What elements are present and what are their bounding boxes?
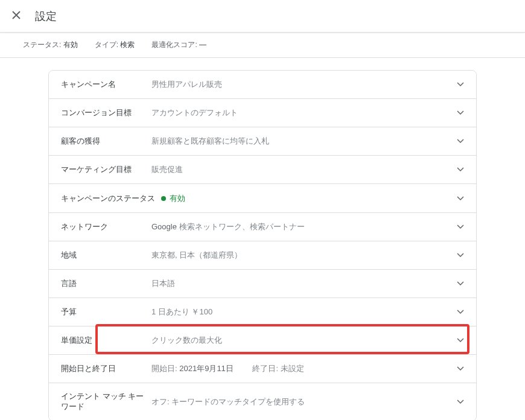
chevron-down-icon xyxy=(457,165,464,174)
row-value: 男性用アパレル販売 xyxy=(151,79,452,90)
row-value: 1 日あたり ￥100 xyxy=(151,307,452,317)
chevron-down-icon xyxy=(457,223,464,231)
close-icon[interactable] xyxy=(10,7,23,25)
row-campaign-name[interactable]: キャンペーン名 男性用アパレル販売 xyxy=(49,71,476,99)
chevron-down-icon xyxy=(457,137,464,145)
start-date-value: 2021年9月11日 xyxy=(177,364,234,373)
row-conversion-goal[interactable]: コンバージョン目標 アカウントのデフォルト xyxy=(49,99,476,127)
row-label: ネットワーク xyxy=(61,221,151,232)
header-bar: 設定 xyxy=(0,0,525,33)
chevron-down-icon xyxy=(457,308,464,316)
row-value: クリック数の最大化 xyxy=(151,335,452,346)
chevron-down-icon xyxy=(457,279,464,288)
row-label: マーケティング目標 xyxy=(61,164,151,175)
status-label: ステータス: xyxy=(23,40,61,49)
row-campaign-status[interactable]: キャンペーンのステータス 有効 xyxy=(49,184,476,213)
status-item-optimization: 最適化スコア: — xyxy=(151,40,206,50)
row-intent-match[interactable]: インテント マッチ キーワード オフ: キーワードのマッチタイプを使用する xyxy=(49,383,476,420)
row-value: 販売促進 xyxy=(151,164,452,175)
chevron-down-icon xyxy=(457,80,464,89)
status-bar: ステータス: 有効 タイプ: 検索 最適化スコア: — xyxy=(0,33,525,58)
status-item-type: タイプ: 検索 xyxy=(95,40,135,50)
row-label: 予算 xyxy=(61,307,151,317)
status-item-status: ステータス: 有効 xyxy=(23,40,78,50)
type-value: 検索 xyxy=(120,40,135,49)
content-area: キャンペーン名 男性用アパレル販売 コンバージョン目標 アカウントのデフォルト … xyxy=(0,58,525,420)
row-budget[interactable]: 予算 1 日あたり ￥100 xyxy=(49,298,476,326)
row-value: 有効 xyxy=(161,192,452,204)
end-date-value: 未設定 xyxy=(278,364,304,373)
row-label: 地域 xyxy=(61,250,151,261)
chevron-down-icon xyxy=(457,398,464,406)
status-value: 有効 xyxy=(63,40,78,49)
row-value: 新規顧客と既存顧客に均等に入札 xyxy=(151,136,452,147)
row-label: インテント マッチ キーワード xyxy=(61,392,151,412)
row-value: Google 検索ネットワーク、検索パートナー xyxy=(151,221,452,232)
row-networks[interactable]: ネットワーク Google 検索ネットワーク、検索パートナー xyxy=(49,213,476,241)
opt-value: — xyxy=(199,40,206,49)
row-value: 東京都, 日本（都道府県） xyxy=(151,250,452,261)
row-value: 日本語 xyxy=(151,278,452,289)
row-label: キャンペーンのステータス xyxy=(61,193,155,204)
row-label: キャンペーン名 xyxy=(61,79,151,90)
chevron-down-icon xyxy=(457,194,464,203)
row-label: 言語 xyxy=(61,278,151,289)
chevron-down-icon xyxy=(457,251,464,259)
row-value: オフ: キーワードのマッチタイプを使用する xyxy=(151,396,452,407)
opt-label: 最適化スコア: xyxy=(151,40,197,49)
chevron-down-icon xyxy=(457,109,464,117)
row-customer-acquisition[interactable]: 顧客の獲得 新規顧客と既存顧客に均等に入札 xyxy=(49,127,476,156)
row-locations[interactable]: 地域 東京都, 日本（都道府県） xyxy=(49,241,476,270)
chevron-down-icon xyxy=(457,336,464,345)
start-date-label: 開始日: xyxy=(151,364,177,373)
type-label: タイプ: xyxy=(95,40,118,49)
network-prefix: Google xyxy=(151,222,177,231)
chevron-down-icon xyxy=(457,364,464,373)
settings-card: キャンペーン名 男性用アパレル販売 コンバージョン目標 アカウントのデフォルト … xyxy=(48,70,477,420)
row-label: 開始日と終了日 xyxy=(61,363,151,374)
row-value: 開始日: 2021年9月11日 終了日: 未設定 xyxy=(151,363,452,374)
row-marketing-goal[interactable]: マーケティング目標 販売促進 xyxy=(49,156,476,184)
row-label: コンバージョン目標 xyxy=(61,107,151,118)
row-dates[interactable]: 開始日と終了日 開始日: 2021年9月11日 終了日: 未設定 xyxy=(49,355,476,383)
status-text: 有効 xyxy=(170,194,185,203)
row-languages[interactable]: 言語 日本語 xyxy=(49,270,476,298)
row-label: 単価設定 xyxy=(61,335,151,346)
page-title: 設定 xyxy=(35,9,57,24)
row-value: アカウントのデフォルト xyxy=(151,107,452,118)
end-date-label: 終了日: xyxy=(252,364,278,373)
row-label: 顧客の獲得 xyxy=(61,136,151,147)
network-text: 検索ネットワーク、検索パートナー xyxy=(177,222,305,231)
row-bidding[interactable]: 単価設定 クリック数の最大化 xyxy=(49,326,476,355)
status-dot-icon xyxy=(161,196,166,201)
